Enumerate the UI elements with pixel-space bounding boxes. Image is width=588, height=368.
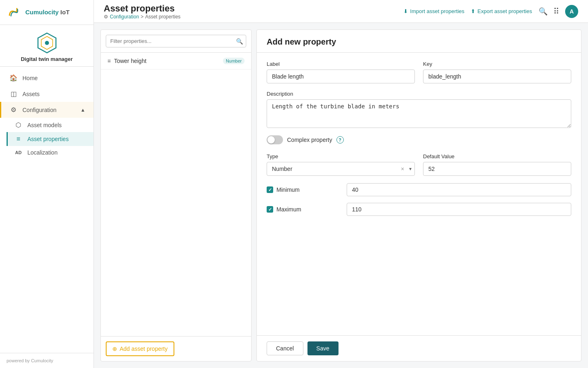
complex-property-label: Complex property	[287, 137, 332, 143]
list-item[interactable]: ≡ Tower height Number	[101, 53, 251, 70]
export-btn[interactable]: ⬆ Export asset properties	[471, 8, 532, 14]
config-icon: ⚙	[9, 106, 18, 114]
export-icon: ⬆	[471, 8, 475, 14]
maximum-checkbox[interactable]: ✓	[267, 206, 273, 213]
minimum-checkbox-left: ✓ Minimum	[267, 186, 340, 193]
nav-assets[interactable]: ◫ Assets	[0, 86, 94, 102]
desc-textarea[interactable]	[267, 99, 571, 128]
svg-point-3	[45, 41, 49, 45]
maximum-row: ✓ Maximum	[267, 203, 571, 216]
topbar-icons: 🔍 ⠿ A	[539, 5, 578, 18]
left-panel-footer: ⊕ Add asset property	[101, 336, 251, 361]
nav-localization[interactable]: AD Localization	[7, 146, 94, 159]
dtm-label: Digital twin manager	[21, 56, 73, 62]
minimum-input[interactable]	[347, 183, 571, 196]
form-content: Label Key Description	[257, 53, 581, 335]
save-button[interactable]: Save	[307, 341, 339, 355]
add-asset-label: Add asset property	[120, 346, 168, 352]
add-asset-property-button[interactable]: ⊕ Add asset property	[106, 341, 174, 356]
filter-input[interactable]	[106, 35, 246, 47]
nav-assets-label: Assets	[22, 91, 40, 97]
nav-localization-label: Localization	[27, 149, 58, 156]
label-key-row: Label Key	[267, 61, 571, 83]
nav-asset-props-label: Asset properties	[27, 136, 69, 142]
brand-header: Cumulocity IoT	[0, 0, 94, 25]
nav-asset-models[interactable]: ⬡ Asset models	[7, 118, 94, 132]
content-area: 🔍 ≡ Tower height Number ⊕ Add asset prop…	[94, 23, 588, 368]
page-title: Asset properties	[104, 3, 180, 14]
dtm-icon	[36, 32, 58, 54]
label-group: Label	[267, 61, 415, 83]
right-panel-header: Add new property	[257, 30, 581, 53]
cancel-button[interactable]: Cancel	[267, 341, 303, 355]
topbar-actions: ⬇ Import asset properties ⬆ Export asset…	[403, 5, 578, 18]
import-label: Import asset properties	[410, 8, 464, 14]
nav-asset-models-label: Asset models	[27, 122, 62, 128]
help-circle-icon[interactable]: ?	[336, 136, 344, 144]
config-submenu: ⬡ Asset models ≡ Asset properties AD Loc…	[0, 118, 94, 159]
type-group: Type Number Text Boolean Date × ▾	[267, 153, 415, 176]
main-content: Asset properties ⚙ Configuration > Asset…	[94, 0, 588, 368]
right-panel: Add new property Label Key Descrip	[256, 29, 581, 361]
label-input[interactable]	[267, 70, 415, 83]
default-value-group: Default Value	[423, 153, 571, 176]
label-field-label: Label	[267, 61, 415, 67]
breadcrumb-parent[interactable]: Configuration	[110, 14, 139, 20]
import-btn[interactable]: ⬇ Import asset properties	[403, 8, 464, 14]
property-item-left: ≡ Tower height	[107, 58, 147, 64]
nav-asset-properties[interactable]: ≡ Asset properties	[7, 132, 94, 146]
grid-icon[interactable]: ⠿	[553, 7, 559, 16]
main-nav: 🏠 Home ◫ Assets ⚙ Configuration ▲ ⬡ Asse…	[0, 67, 94, 353]
breadcrumb: ⚙ Configuration > Asset properties	[104, 14, 180, 20]
desc-label: Description	[267, 91, 571, 97]
chevron-up-icon: ▲	[80, 107, 85, 113]
assets-icon: ◫	[9, 90, 18, 98]
type-select[interactable]: Number Text Boolean Date	[267, 162, 415, 176]
check-icon: ✓	[268, 187, 272, 193]
nav-configuration[interactable]: ⚙ Configuration ▲	[0, 102, 94, 118]
complex-property-toggle[interactable]	[267, 135, 283, 144]
plus-icon: ⊕	[112, 346, 117, 352]
type-label: Type	[267, 153, 415, 159]
desc-group: Description	[267, 91, 571, 128]
nav-home[interactable]: 🏠 Home	[0, 70, 94, 86]
left-panel: 🔍 ≡ Tower height Number ⊕ Add asset prop…	[100, 29, 252, 361]
property-list: ≡ Tower height Number	[101, 53, 251, 336]
type-select-wrap: Number Text Boolean Date × ▾	[267, 162, 415, 176]
type-default-row: Type Number Text Boolean Date × ▾	[267, 153, 571, 176]
maximum-input[interactable]	[347, 203, 571, 216]
brand-name: Cumulocity IoT	[25, 9, 69, 16]
minimum-checkbox[interactable]: ✓	[267, 186, 273, 193]
import-icon: ⬇	[403, 8, 408, 14]
property-name: Tower height	[114, 58, 146, 64]
sidebar-footer: powered by Cumulocity	[0, 353, 94, 368]
search-icon[interactable]: 🔍	[539, 7, 548, 16]
breadcrumb-gear-icon: ⚙	[104, 14, 108, 20]
nav-home-label: Home	[22, 75, 38, 81]
sidebar: Cumulocity IoT Digital twin manager 🏠 Ho…	[0, 0, 94, 368]
topbar: Asset properties ⚙ Configuration > Asset…	[94, 0, 588, 23]
right-panel-footer: Cancel Save	[257, 335, 581, 361]
complex-property-row: Complex property ?	[267, 135, 571, 144]
home-icon: 🏠	[9, 74, 18, 82]
breadcrumb-current: Asset properties	[145, 14, 180, 20]
asset-props-icon: ≡	[14, 135, 22, 143]
filter-bar: 🔍	[101, 30, 251, 53]
default-value-input[interactable]	[423, 162, 571, 176]
nav-config-label: Configuration	[22, 107, 56, 113]
footer-text: powered by Cumulocity	[7, 358, 53, 363]
topbar-title-area: Asset properties ⚙ Configuration > Asset…	[104, 3, 180, 20]
form-title: Add new property	[267, 37, 336, 46]
minimum-label: Minimum	[276, 186, 300, 193]
check-icon-max: ✓	[268, 207, 272, 212]
property-type-badge: Number	[223, 58, 245, 64]
localization-icon: AD	[14, 150, 22, 155]
user-avatar[interactable]: A	[565, 5, 578, 18]
breadcrumb-separator: >	[140, 14, 143, 20]
maximum-label: Maximum	[276, 206, 301, 213]
default-value-label: Default Value	[423, 153, 571, 159]
filter-input-wrap: 🔍	[106, 35, 246, 47]
key-input[interactable]	[423, 70, 571, 83]
select-clear-icon[interactable]: ×	[401, 166, 404, 172]
key-group: Key	[423, 61, 571, 83]
